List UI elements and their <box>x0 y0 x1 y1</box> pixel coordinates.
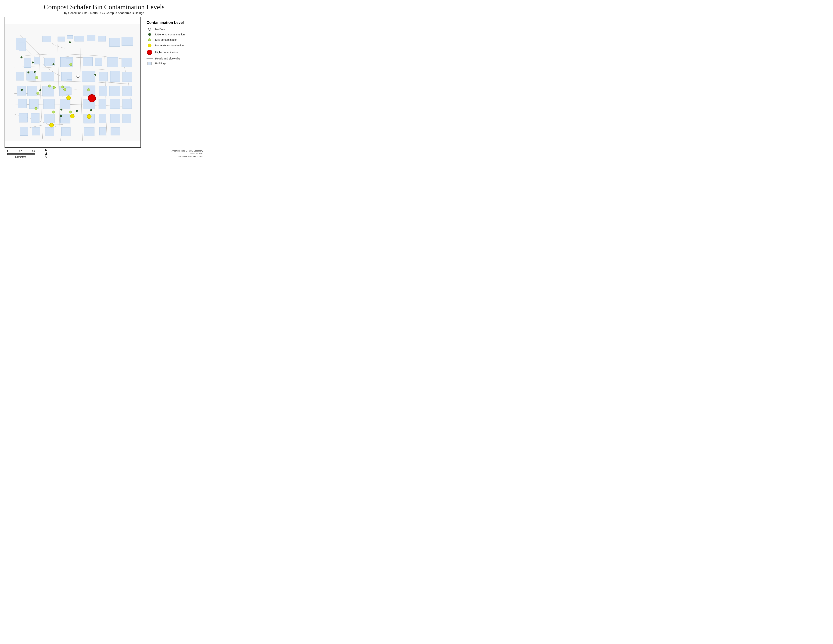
svg-point-75 <box>69 63 72 66</box>
legend-label-little: Little to no contamination <box>155 33 185 36</box>
svg-rect-51 <box>99 114 106 123</box>
svg-point-72 <box>60 115 62 117</box>
svg-rect-19 <box>122 58 132 67</box>
legend-item-buildings: Buildings <box>146 62 202 65</box>
svg-point-76 <box>35 76 38 79</box>
content-row: Contamination Level No Data Little to no… <box>5 17 204 148</box>
svg-rect-31 <box>43 86 54 97</box>
svg-rect-37 <box>123 86 132 96</box>
legend-symbol-roads <box>146 58 153 59</box>
north-arrow-icon <box>44 151 48 158</box>
svg-rect-56 <box>45 127 54 136</box>
svg-rect-48 <box>44 114 55 123</box>
svg-rect-3 <box>43 36 51 42</box>
legend-label-roads: Roads and sidewalks <box>155 57 180 60</box>
svg-rect-24 <box>67 73 72 79</box>
main-title: Compost Schafer Bin Contamination Levels <box>5 3 204 11</box>
svg-rect-30 <box>27 86 37 96</box>
svg-point-65 <box>34 71 36 73</box>
svg-rect-25 <box>82 71 95 82</box>
svg-point-68 <box>94 74 96 76</box>
svg-rect-4 <box>58 37 65 41</box>
svg-point-71 <box>60 108 63 111</box>
scale-label-0: 0 <box>7 150 8 153</box>
legend-item-roads: Roads and sidewalks <box>146 57 202 60</box>
attribution-line1: Anderson, Tang, Li - UBC Geography <box>172 150 203 152</box>
svg-point-62 <box>21 56 23 58</box>
svg-rect-59 <box>100 127 106 135</box>
svg-point-61 <box>69 41 71 43</box>
svg-point-95 <box>147 50 152 55</box>
scale-label-02: 0.2 <box>19 150 22 153</box>
scale-labels: 0 0.2 0.4 <box>7 150 35 153</box>
north-arrow-container: N <box>44 149 48 158</box>
legend-symbol-mild <box>146 38 153 42</box>
svg-point-80 <box>63 88 66 91</box>
svg-point-88 <box>87 114 92 119</box>
svg-rect-38 <box>18 99 27 108</box>
svg-rect-12 <box>34 57 40 64</box>
svg-rect-16 <box>83 57 93 66</box>
svg-rect-53 <box>123 114 131 123</box>
svg-point-63 <box>32 61 34 63</box>
svg-rect-35 <box>99 86 107 96</box>
legend-symbol-no-data <box>146 27 153 31</box>
svg-rect-52 <box>110 114 120 123</box>
svg-rect-26 <box>99 72 108 81</box>
svg-rect-43 <box>99 99 106 109</box>
svg-rect-40 <box>43 99 55 109</box>
svg-point-92 <box>148 33 151 36</box>
svg-point-78 <box>53 86 56 89</box>
legend-label-buildings: Buildings <box>155 62 166 65</box>
attribution-line2: March 28, 2020 <box>172 152 203 155</box>
svg-rect-47 <box>31 113 39 123</box>
svg-rect-58 <box>84 127 95 135</box>
svg-point-85 <box>69 111 72 113</box>
scale-bar-container: 0 0.2 0.4 Kilometers <box>7 150 35 158</box>
title-section: Compost Schafer Bin Contamination Levels… <box>5 3 204 15</box>
svg-rect-22 <box>42 72 54 81</box>
legend-label-no-data: No Data <box>155 27 165 31</box>
svg-rect-11 <box>24 58 31 68</box>
svg-rect-5 <box>67 35 73 39</box>
svg-point-94 <box>148 44 151 47</box>
svg-point-66 <box>21 89 23 91</box>
svg-point-93 <box>148 39 151 41</box>
svg-rect-45 <box>123 99 132 108</box>
legend-label-high: High contamination <box>155 51 178 54</box>
legend-symbol-little <box>146 33 153 36</box>
svg-rect-39 <box>29 99 39 108</box>
legend-item-no-data: No Data <box>146 27 202 31</box>
scale-bar <box>7 153 35 155</box>
svg-rect-20 <box>16 72 24 80</box>
bottom-section: 0 0.2 0.4 Kilometers N <box>5 149 204 158</box>
legend-item-mild: Mild contamination <box>146 38 202 42</box>
scale-km-label: Kilometers <box>15 156 26 158</box>
svg-point-74 <box>77 75 79 77</box>
north-n-label: N <box>45 149 47 151</box>
svg-rect-17 <box>95 58 102 66</box>
svg-rect-27 <box>110 71 120 82</box>
svg-rect-9 <box>109 38 120 47</box>
legend-item-high: High contamination <box>146 50 202 55</box>
legend-container: Contamination Level No Data Little to no… <box>143 17 204 148</box>
svg-point-67 <box>39 89 42 91</box>
legend-item-moderate: Moderate contamination <box>146 43 202 48</box>
svg-rect-36 <box>109 86 120 96</box>
legend-title: Contamination Level <box>146 21 202 25</box>
legend-symbol-high <box>146 50 153 55</box>
attribution-line3: Data source: ABACUS, GitHub <box>172 155 203 158</box>
svg-point-70 <box>76 109 78 112</box>
legend-label-moderate: Moderate contamination <box>155 44 183 47</box>
svg-point-77 <box>48 85 51 87</box>
svg-point-82 <box>87 89 90 91</box>
map-container <box>5 17 141 148</box>
svg-rect-60 <box>111 127 120 135</box>
scale-label-04: 0.4 <box>32 150 35 153</box>
attribution: Anderson, Tang, Li - UBC Geography March… <box>172 150 203 158</box>
svg-rect-41 <box>60 99 70 109</box>
svg-rect-10 <box>122 37 133 45</box>
svg-rect-18 <box>108 57 118 67</box>
svg-rect-33 <box>66 87 71 95</box>
svg-rect-8 <box>98 36 106 41</box>
